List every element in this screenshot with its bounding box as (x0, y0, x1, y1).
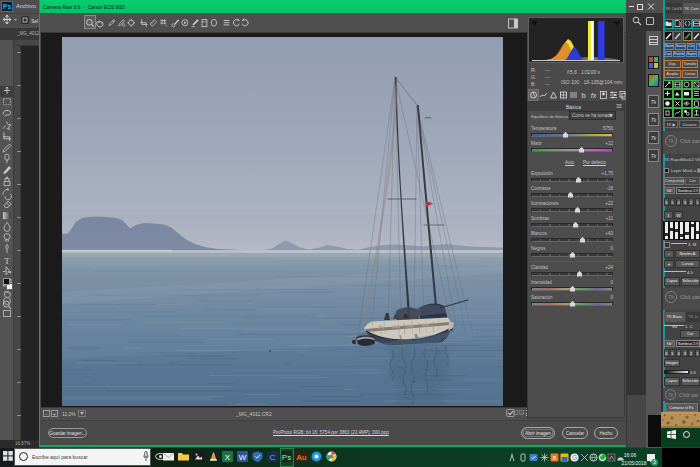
svg-text:C: C (270, 453, 276, 462)
svg-text:fx: fx (591, 92, 597, 99)
svg-text:W: W (239, 453, 247, 462)
svg-text:Au: Au (297, 453, 307, 462)
svg-text:Sel: Sel (31, 18, 38, 24)
svg-text:T: T (4, 256, 10, 266)
svg-text:Ps: Ps (282, 453, 291, 462)
svg-text:b: b (581, 91, 585, 100)
svg-text:G: G (572, 454, 577, 461)
svg-text:X: X (225, 453, 231, 462)
